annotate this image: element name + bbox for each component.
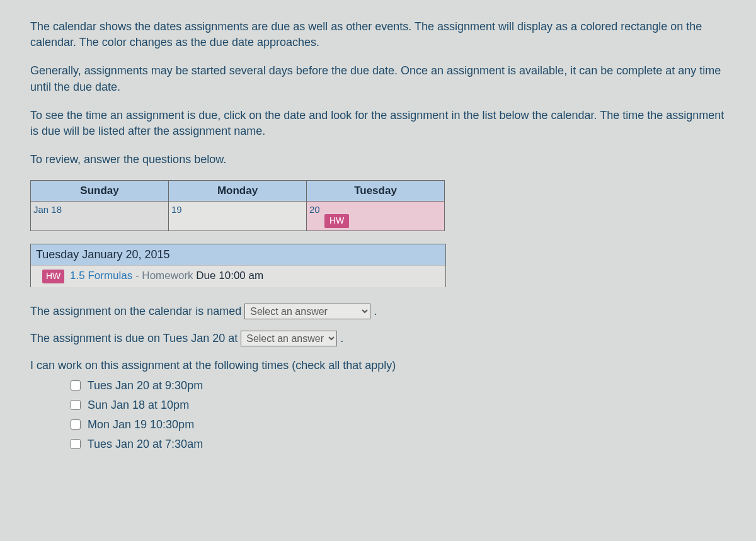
assignment-due-text: Due 10:00 am [196,270,263,282]
q2-select[interactable]: Select an answer [241,331,337,346]
option-d-checkbox[interactable] [71,439,81,449]
calendar-header-tuesday: Tuesday [307,181,445,202]
day-detail-header: Tuesday January 20, 2015 [31,244,445,266]
option-a-label: Tues Jan 20 at 9:30pm [88,379,203,392]
intro-paragraph-3: To see the time an assignment is due, cl… [30,108,726,139]
intro-paragraph-4: To review, answer the questions below. [30,152,726,168]
option-row: Sun Jan 18 at 10pm [68,397,726,413]
hw-badge[interactable]: HW [324,214,349,228]
question-1: The assignment on the calendar is named … [30,304,726,319]
calendar-header-sunday: Sunday [31,181,169,202]
option-c-checkbox[interactable] [71,419,81,430]
option-row: Mon Jan 19 10:30pm [68,417,726,433]
day-detail-panel: Tuesday January 20, 2015 HW 1.5 Formulas… [30,244,446,287]
assignment-type: - Homework [132,270,196,282]
calendar-header-monday: Monday [169,181,307,202]
question-3-prompt: I can work on this assignment at the fol… [30,358,726,373]
q2-post-text: . [340,332,343,345]
assignment-row: HW 1.5 Formulas - Homework Due 10:00 am [31,266,445,287]
question-3-options: Tues Jan 20 at 9:30pm Sun Jan 18 at 10pm… [68,378,726,453]
option-row: Tues Jan 20 at 9:30pm [68,378,726,394]
q2-pre-text: The assignment is due on Tues Jan 20 at [30,332,241,345]
q1-pre-text: The assignment on the calendar is named [30,305,244,317]
intro-paragraph-2: Generally, assignments may be started se… [30,63,726,94]
option-c-label: Mon Jan 19 10:30pm [88,418,194,431]
calendar-cell-jan-18[interactable]: Jan 18 [31,202,169,231]
calendar-daynum: 19 [169,202,185,217]
q1-post-text: . [374,305,377,317]
calendar-daynum: 20 [307,202,323,217]
page-content: The calendar shows the dates assignments… [0,0,756,475]
hw-badge-small: HW [42,270,64,283]
option-a-checkbox[interactable] [71,380,81,390]
q1-select[interactable]: Select an answer [244,304,370,319]
option-b-checkbox[interactable] [71,400,81,410]
calendar-daynum: Jan 18 [31,202,64,217]
calendar-cell-jan-19[interactable]: 19 [169,202,307,231]
option-d-label: Tues Jan 20 at 7:30am [88,438,203,450]
option-b-label: Sun Jan 18 at 10pm [88,399,189,411]
calendar-table: Sunday Monday Tuesday Jan 18 19 20 HW [30,180,445,231]
option-row: Tues Jan 20 at 7:30am [68,436,726,452]
question-2: The assignment is due on Tues Jan 20 at … [30,331,726,346]
calendar-cell-jan-20[interactable]: 20 HW [307,202,445,231]
intro-paragraph-1: The calendar shows the dates assignments… [30,19,726,50]
assignment-link[interactable]: 1.5 Formulas [70,270,132,282]
